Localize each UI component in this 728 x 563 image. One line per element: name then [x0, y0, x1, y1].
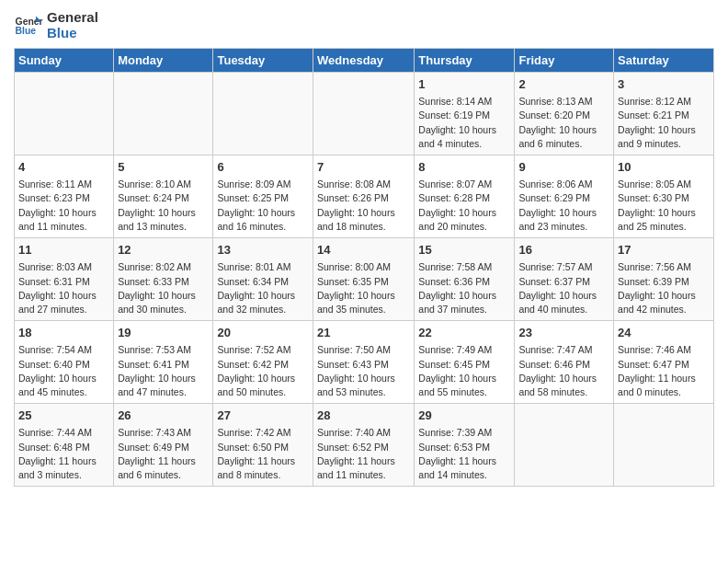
day-number: 22 — [418, 325, 510, 341]
day-info: Sunrise: 7:50 AM Sunset: 6:43 PM Dayligh… — [317, 343, 410, 399]
day-info: Sunrise: 8:05 AM Sunset: 6:30 PM Dayligh… — [618, 178, 710, 234]
header-thursday: Thursday — [415, 49, 515, 73]
day-number: 6 — [217, 159, 309, 176]
day-info: Sunrise: 7:54 AM Sunset: 6:40 PM Dayligh… — [18, 343, 109, 399]
day-number: 27 — [217, 408, 309, 424]
header-row: SundayMondayTuesdayWednesdayThursdayFrid… — [15, 49, 714, 73]
day-cell: 16Sunrise: 7:57 AM Sunset: 6:37 PM Dayli… — [515, 238, 614, 321]
day-number: 23 — [518, 325, 609, 341]
day-info: Sunrise: 7:57 AM Sunset: 6:37 PM Dayligh… — [518, 260, 609, 316]
day-cell: 17Sunrise: 7:56 AM Sunset: 6:39 PM Dayli… — [614, 238, 714, 321]
day-cell — [614, 404, 714, 487]
day-cell: 10Sunrise: 8:05 AM Sunset: 6:30 PM Dayli… — [614, 155, 714, 238]
day-cell: 22Sunrise: 7:49 AM Sunset: 6:45 PM Dayli… — [415, 321, 515, 404]
day-number: 21 — [317, 325, 410, 341]
day-number: 13 — [217, 242, 309, 259]
day-cell: 5Sunrise: 8:10 AM Sunset: 6:24 PM Daylig… — [114, 155, 213, 238]
day-number: 24 — [618, 325, 710, 341]
day-number: 4 — [18, 159, 109, 176]
svg-text:Blue: Blue — [16, 26, 37, 36]
day-cell: 2Sunrise: 8:13 AM Sunset: 6:20 PM Daylig… — [515, 73, 614, 155]
day-info: Sunrise: 8:10 AM Sunset: 6:24 PM Dayligh… — [118, 178, 209, 234]
day-cell: 20Sunrise: 7:52 AM Sunset: 6:42 PM Dayli… — [213, 321, 313, 404]
header-friday: Friday — [515, 49, 614, 73]
logo: General Blue General Blue — [14, 9, 98, 40]
day-info: Sunrise: 7:46 AM Sunset: 6:47 PM Dayligh… — [618, 343, 710, 399]
day-cell: 3Sunrise: 8:12 AM Sunset: 6:21 PM Daylig… — [614, 73, 714, 155]
logo-general: General — [47, 9, 98, 25]
day-cell — [213, 73, 313, 155]
header-monday: Monday — [114, 49, 213, 73]
day-info: Sunrise: 8:11 AM Sunset: 6:23 PM Dayligh… — [18, 178, 109, 234]
day-number: 18 — [18, 325, 109, 341]
day-cell: 7Sunrise: 8:08 AM Sunset: 6:26 PM Daylig… — [313, 155, 415, 238]
day-cell: 8Sunrise: 8:07 AM Sunset: 6:28 PM Daylig… — [415, 155, 515, 238]
day-cell: 1Sunrise: 8:14 AM Sunset: 6:19 PM Daylig… — [415, 73, 515, 155]
day-number: 9 — [518, 159, 609, 176]
day-number: 28 — [317, 408, 410, 424]
day-info: Sunrise: 8:09 AM Sunset: 6:25 PM Dayligh… — [217, 178, 309, 234]
header-wednesday: Wednesday — [313, 49, 415, 73]
day-cell — [515, 404, 614, 487]
header-sunday: Sunday — [15, 49, 114, 73]
day-info: Sunrise: 8:08 AM Sunset: 6:26 PM Dayligh… — [317, 178, 410, 234]
day-info: Sunrise: 7:39 AM Sunset: 6:53 PM Dayligh… — [418, 426, 510, 482]
day-cell: 18Sunrise: 7:54 AM Sunset: 6:40 PM Dayli… — [15, 321, 114, 404]
day-info: Sunrise: 7:42 AM Sunset: 6:50 PM Dayligh… — [217, 426, 309, 482]
calendar-table: SundayMondayTuesdayWednesdayThursdayFrid… — [14, 48, 714, 487]
day-cell: 14Sunrise: 8:00 AM Sunset: 6:35 PM Dayli… — [313, 238, 415, 321]
week-row-4: 25Sunrise: 7:44 AM Sunset: 6:48 PM Dayli… — [15, 404, 714, 487]
day-cell: 25Sunrise: 7:44 AM Sunset: 6:48 PM Dayli… — [15, 404, 114, 487]
day-number: 2 — [518, 76, 609, 93]
header-saturday: Saturday — [614, 49, 714, 73]
day-cell: 6Sunrise: 8:09 AM Sunset: 6:25 PM Daylig… — [213, 155, 313, 238]
day-cell: 9Sunrise: 8:06 AM Sunset: 6:29 PM Daylig… — [515, 155, 614, 238]
day-number: 19 — [118, 325, 209, 341]
week-row-1: 4Sunrise: 8:11 AM Sunset: 6:23 PM Daylig… — [15, 155, 714, 238]
day-info: Sunrise: 7:53 AM Sunset: 6:41 PM Dayligh… — [118, 343, 209, 399]
day-info: Sunrise: 7:44 AM Sunset: 6:48 PM Dayligh… — [18, 426, 109, 482]
day-number: 29 — [418, 408, 510, 424]
day-number: 10 — [618, 159, 710, 176]
day-number: 3 — [618, 76, 710, 93]
header-tuesday: Tuesday — [213, 49, 313, 73]
day-number: 16 — [518, 242, 609, 259]
day-info: Sunrise: 7:56 AM Sunset: 6:39 PM Dayligh… — [618, 260, 710, 316]
day-cell — [313, 73, 415, 155]
week-row-3: 18Sunrise: 7:54 AM Sunset: 6:40 PM Dayli… — [15, 321, 714, 404]
logo-icon: General Blue — [14, 10, 43, 40]
day-info: Sunrise: 7:52 AM Sunset: 6:42 PM Dayligh… — [217, 343, 309, 399]
day-cell: 19Sunrise: 7:53 AM Sunset: 6:41 PM Dayli… — [114, 321, 213, 404]
day-info: Sunrise: 7:47 AM Sunset: 6:46 PM Dayligh… — [518, 343, 609, 399]
day-number: 26 — [118, 408, 209, 424]
day-info: Sunrise: 8:07 AM Sunset: 6:28 PM Dayligh… — [418, 178, 510, 234]
day-info: Sunrise: 7:49 AM Sunset: 6:45 PM Dayligh… — [418, 343, 510, 399]
day-number: 14 — [317, 242, 410, 259]
day-info: Sunrise: 8:02 AM Sunset: 6:33 PM Dayligh… — [118, 260, 209, 316]
day-cell: 26Sunrise: 7:43 AM Sunset: 6:49 PM Dayli… — [114, 404, 213, 487]
day-cell: 24Sunrise: 7:46 AM Sunset: 6:47 PM Dayli… — [614, 321, 714, 404]
day-cell: 13Sunrise: 8:01 AM Sunset: 6:34 PM Dayli… — [213, 238, 313, 321]
day-number: 20 — [217, 325, 309, 341]
day-info: Sunrise: 8:00 AM Sunset: 6:35 PM Dayligh… — [317, 260, 410, 316]
day-number: 8 — [418, 159, 510, 176]
day-number: 25 — [18, 408, 109, 424]
day-number: 17 — [618, 242, 710, 259]
day-cell: 15Sunrise: 7:58 AM Sunset: 6:36 PM Dayli… — [415, 238, 515, 321]
day-info: Sunrise: 8:14 AM Sunset: 6:19 PM Dayligh… — [418, 95, 510, 151]
day-cell: 28Sunrise: 7:40 AM Sunset: 6:52 PM Dayli… — [313, 404, 415, 487]
day-cell: 29Sunrise: 7:39 AM Sunset: 6:53 PM Dayli… — [415, 404, 515, 487]
week-row-0: 1Sunrise: 8:14 AM Sunset: 6:19 PM Daylig… — [15, 73, 714, 155]
logo-blue: Blue — [47, 25, 98, 40]
day-cell: 21Sunrise: 7:50 AM Sunset: 6:43 PM Dayli… — [313, 321, 415, 404]
week-row-2: 11Sunrise: 8:03 AM Sunset: 6:31 PM Dayli… — [15, 238, 714, 321]
day-info: Sunrise: 8:12 AM Sunset: 6:21 PM Dayligh… — [618, 95, 710, 151]
day-number: 15 — [418, 242, 510, 259]
day-info: Sunrise: 8:01 AM Sunset: 6:34 PM Dayligh… — [217, 260, 309, 316]
day-info: Sunrise: 7:58 AM Sunset: 6:36 PM Dayligh… — [418, 260, 510, 316]
day-cell: 11Sunrise: 8:03 AM Sunset: 6:31 PM Dayli… — [15, 238, 114, 321]
day-info: Sunrise: 8:03 AM Sunset: 6:31 PM Dayligh… — [18, 260, 109, 316]
day-number: 12 — [118, 242, 209, 259]
day-info: Sunrise: 7:43 AM Sunset: 6:49 PM Dayligh… — [118, 426, 209, 482]
day-cell: 12Sunrise: 8:02 AM Sunset: 6:33 PM Dayli… — [114, 238, 213, 321]
